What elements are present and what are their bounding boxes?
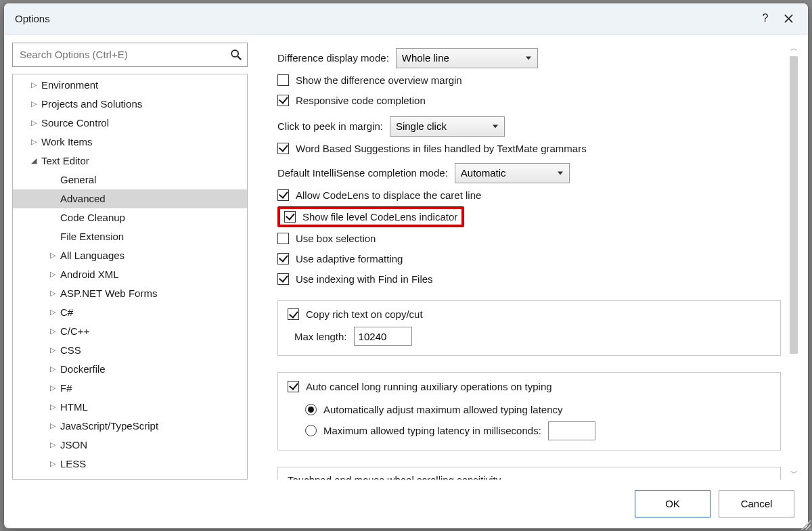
group-title: Touchpad and mouse wheel scrolling sensi… bbox=[288, 474, 501, 480]
chevron-right-icon: ▷ bbox=[48, 251, 58, 260]
check-adaptive-formatting[interactable]: Use adaptive formatting bbox=[277, 250, 781, 268]
search-icon bbox=[230, 49, 242, 61]
window-title: Options bbox=[15, 13, 50, 24]
check-use-indexing[interactable]: Use indexing with Find in Files bbox=[277, 270, 781, 288]
chevron-right-icon: ▷ bbox=[48, 459, 58, 468]
nav-tree: ▷Environment▷Projects and Solutions▷Sour… bbox=[12, 74, 248, 480]
tree-item-label: LESS bbox=[60, 458, 86, 469]
tree-item[interactable]: Code Cleanup bbox=[13, 208, 247, 227]
checkbox-icon bbox=[277, 74, 289, 86]
tree-item-label: JSON bbox=[60, 439, 87, 451]
chevron-right-icon: ▷ bbox=[48, 289, 58, 298]
chevron-right-icon: ▷ bbox=[29, 118, 39, 127]
check-responsive-completion[interactable]: Responsive code completion bbox=[277, 91, 781, 110]
help-button[interactable]: ? bbox=[754, 7, 777, 30]
content-scrollbar[interactable]: ︿ ﹀ bbox=[788, 43, 800, 480]
tree-item[interactable]: ▷Environment bbox=[13, 76, 247, 95]
tree-item[interactable]: ▷Work Items bbox=[13, 133, 247, 152]
intellisense-label: Default IntelliSense completion mode: bbox=[277, 167, 448, 179]
titlebar: Options ? bbox=[4, 3, 808, 34]
tree-item[interactable]: ▷Android XML bbox=[13, 265, 247, 284]
max-latency-input[interactable] bbox=[548, 421, 595, 440]
tree-item[interactable]: General bbox=[13, 170, 247, 189]
group-auto-cancel: Auto cancel long running auxiliary opera… bbox=[277, 372, 781, 451]
chevron-right-icon: ▷ bbox=[48, 327, 58, 336]
tree-item[interactable]: ▷JSON bbox=[13, 436, 247, 455]
nav-tree-scroll[interactable]: ▷Environment▷Projects and Solutions▷Sour… bbox=[13, 74, 247, 479]
tree-item[interactable]: ▷LESS bbox=[13, 455, 247, 474]
checkbox-icon bbox=[277, 233, 289, 244]
cancel-button[interactable]: Cancel bbox=[719, 490, 794, 517]
tree-item-label: Projects and Solutions bbox=[41, 98, 142, 110]
tree-item-label: Work Items bbox=[41, 136, 93, 147]
tree-item[interactable]: ▷HTML bbox=[13, 398, 247, 417]
tree-item-label: File Extension bbox=[60, 231, 124, 242]
chevron-right-icon: ▷ bbox=[48, 308, 58, 317]
check-allow-codelens[interactable]: Allow CodeLens to displace the caret lin… bbox=[277, 186, 781, 204]
tree-item-label: Text Editor bbox=[41, 155, 89, 166]
radio-max-latency[interactable]: Maximum allowed typing latency in millis… bbox=[288, 421, 771, 440]
maxlen-label: Max length: bbox=[294, 331, 347, 342]
tree-item[interactable]: ▷F# bbox=[13, 379, 247, 398]
scroll-up-icon[interactable]: ︿ bbox=[788, 43, 800, 55]
checkbox-icon bbox=[277, 143, 289, 154]
tree-item[interactable]: ▷C/C++ bbox=[13, 322, 247, 341]
tree-item[interactable]: File Extension bbox=[13, 227, 247, 246]
tree-item[interactable]: ▷Dockerfile bbox=[13, 360, 247, 379]
intellisense-select[interactable]: Automatic bbox=[455, 163, 570, 183]
maxlen-input[interactable] bbox=[354, 327, 412, 346]
checkbox-icon[interactable] bbox=[284, 211, 296, 223]
ok-button[interactable]: OK bbox=[635, 490, 710, 517]
check-box-selection[interactable]: Use box selection bbox=[277, 229, 781, 248]
scroll-down-icon[interactable]: ﹀ bbox=[788, 467, 800, 480]
chevron-right-icon: ▷ bbox=[48, 402, 58, 411]
close-button[interactable] bbox=[777, 7, 800, 30]
scroll-thumb[interactable] bbox=[790, 56, 798, 354]
check-show-diff-overview[interactable]: Show the difference overview margin bbox=[277, 71, 781, 89]
click-peek-select[interactable]: Single click bbox=[390, 116, 505, 137]
group-title: Auto cancel long running auxiliary opera… bbox=[306, 381, 552, 392]
options-dialog: Options ? ▷Environment▷Projects and Solu… bbox=[3, 3, 809, 529]
check-label: Show file level CodeLens indicator bbox=[302, 211, 457, 223]
radio-auto-adjust[interactable]: Automatically adjust maximum allowed typ… bbox=[288, 400, 771, 419]
resize-grip-icon[interactable] bbox=[801, 520, 809, 529]
chevron-right-icon: ▷ bbox=[48, 421, 58, 430]
checkbox-icon[interactable] bbox=[288, 381, 299, 392]
tree-item-label: Dockerfile bbox=[60, 363, 106, 375]
chevron-right-icon: ▷ bbox=[29, 99, 39, 108]
chevron-right-icon: ▷ bbox=[48, 365, 58, 373]
chevron-right-icon: ▷ bbox=[48, 270, 58, 279]
tree-item[interactable]: ◢Text Editor bbox=[13, 152, 247, 170]
group-touchpad: Touchpad and mouse wheel scrolling sensi… bbox=[277, 467, 781, 480]
check-word-based[interactable]: Word Based Suggestions in files handled … bbox=[277, 139, 781, 158]
tree-item[interactable]: ▷JavaScript/TypeScript bbox=[13, 417, 247, 436]
tree-item[interactable]: ▷Projects and Solutions bbox=[13, 95, 247, 114]
checkbox-icon bbox=[277, 95, 289, 106]
tree-item[interactable]: ▷Source Control bbox=[13, 114, 247, 133]
checkbox-icon bbox=[277, 189, 289, 201]
group-copy-rich: Copy rich text on copy/cut Max length: bbox=[277, 300, 781, 356]
svg-point-2 bbox=[231, 50, 238, 57]
tree-item[interactable]: ▷C# bbox=[13, 303, 247, 322]
tree-item[interactable]: ▷All Languages bbox=[13, 246, 247, 265]
tree-item-label: C/C++ bbox=[60, 325, 89, 337]
sidebar: ▷Environment▷Projects and Solutions▷Sour… bbox=[12, 43, 248, 480]
dialog-body: ▷Environment▷Projects and Solutions▷Sour… bbox=[4, 34, 808, 480]
tree-item[interactable]: Advanced bbox=[13, 189, 247, 208]
diff-mode-select[interactable]: Whole line bbox=[396, 48, 538, 68]
radio-icon bbox=[305, 404, 317, 415]
tree-item-label: ASP.NET Web Forms bbox=[60, 287, 157, 299]
checkbox-icon[interactable] bbox=[288, 308, 299, 320]
chevron-right-icon: ▷ bbox=[48, 346, 58, 354]
scroll-track[interactable] bbox=[788, 55, 800, 467]
tree-item[interactable]: ▷ASP.NET Web Forms bbox=[13, 284, 247, 303]
tree-item-label: JavaScript/TypeScript bbox=[60, 420, 158, 432]
content-inner: Difference display mode: Whole line Show… bbox=[256, 43, 800, 480]
check-label: Use box selection bbox=[296, 233, 376, 244]
tree-item-label: General bbox=[60, 174, 96, 185]
click-peek-label: Click to peek in margin: bbox=[277, 120, 383, 132]
search-input[interactable] bbox=[12, 43, 248, 67]
chevron-right-icon: ▷ bbox=[29, 137, 39, 146]
tree-item[interactable]: ▷CSS bbox=[13, 341, 247, 360]
check-label: Use adaptive formatting bbox=[296, 253, 403, 264]
